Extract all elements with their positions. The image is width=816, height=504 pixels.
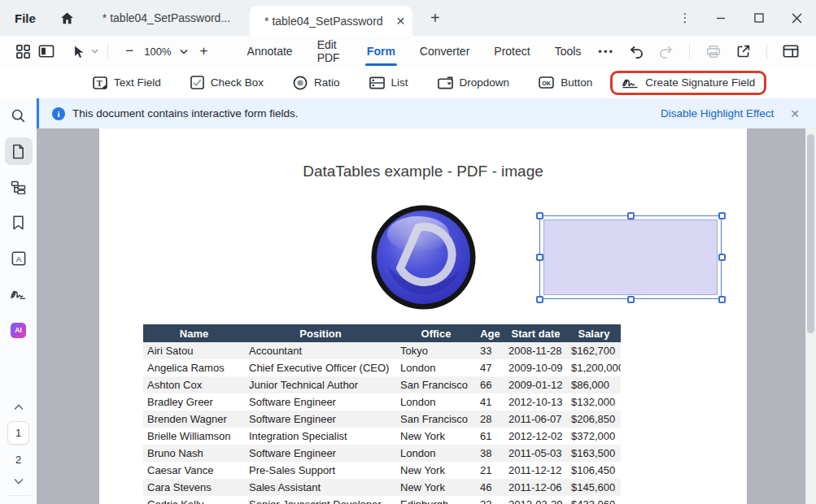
current-page-button[interactable]: 1 — [7, 421, 29, 445]
new-tab-button[interactable]: + — [430, 9, 440, 28]
page-down-icon[interactable] — [9, 475, 28, 488]
maximize-button[interactable] — [740, 0, 778, 36]
table-cell: Brielle Williamson — [143, 430, 245, 442]
doc-tab-active[interactable]: * table04_SetPassword ✕ — [250, 6, 412, 36]
table-cell: 2011-12-06 — [504, 481, 567, 493]
info-close-icon[interactable]: ✕ — [790, 107, 800, 120]
resize-handle-se[interactable] — [718, 296, 726, 303]
zoom-out-button[interactable]: − — [120, 43, 139, 59]
table-cell: 33 — [476, 345, 504, 357]
zoom-controls: − 100% + — [120, 40, 213, 63]
cursor-dropdown-icon[interactable] — [89, 40, 101, 63]
table-row: Bradley GreerSoftware EngineerLondon4120… — [143, 393, 621, 411]
radio-tool[interactable]: Ratio — [281, 70, 351, 96]
print-icon[interactable] — [701, 40, 726, 63]
resize-handle-s[interactable] — [627, 296, 635, 303]
minimize-button[interactable] — [701, 0, 740, 36]
dropdown-tool[interactable]: Dropdown — [426, 71, 521, 95]
disable-highlight-link[interactable]: Disable Highlight Effect — [661, 107, 774, 119]
table-cell: London — [396, 396, 476, 408]
table-cell: 2012-03-29 — [504, 498, 567, 504]
table-body: Airi SatouAccountantTokyo332008-11-28$16… — [143, 342, 621, 504]
check-box-tool[interactable]: Check Box — [179, 70, 275, 95]
resize-handle-n[interactable] — [627, 212, 635, 219]
zoom-dropdown-icon[interactable] — [177, 40, 191, 63]
signature-field[interactable] — [543, 219, 718, 295]
page-layout-icon[interactable] — [779, 40, 803, 63]
page-2-button[interactable]: 2 — [11, 452, 26, 467]
resize-handle-ne[interactable] — [718, 212, 726, 219]
tool-label: Ratio — [314, 76, 340, 89]
column-header: Name — [143, 328, 245, 340]
table-cell: 28 — [476, 413, 504, 425]
column-header: Office — [396, 328, 476, 340]
table-cell: $132,000 — [567, 396, 621, 408]
redo-icon[interactable] — [653, 40, 678, 63]
table-cell: Chief Executive Officer (CEO) — [245, 362, 396, 374]
tab-protect[interactable]: Protect — [492, 43, 531, 59]
create-signature-field-tool[interactable]: Create Signature Field — [610, 71, 766, 95]
file-menu[interactable]: File — [15, 11, 36, 25]
close-button[interactable] — [778, 0, 816, 36]
tab-tools[interactable]: Tools — [553, 43, 583, 59]
resize-handle-sw[interactable] — [536, 296, 543, 303]
text-field-tool[interactable]: T Text Field — [81, 71, 172, 95]
annotation-icon[interactable]: A — [5, 245, 33, 272]
more-menu-icon[interactable]: ⋮ — [669, 11, 701, 25]
table-cell: Bruno Nash — [143, 447, 245, 459]
list-tool[interactable]: List — [358, 71, 420, 95]
datatables-logo — [369, 203, 478, 311]
table-row: Cara StevensSales AssistantNew York46201… — [143, 479, 621, 496]
table-row: Airi SatouAccountantTokyo332008-11-28$16… — [143, 342, 621, 359]
table-cell: Edinburgh — [396, 498, 476, 504]
outline-icon[interactable] — [5, 173, 33, 201]
tab-close-icon[interactable]: ✕ — [396, 15, 406, 28]
button-tool[interactable]: OK Button — [527, 71, 604, 94]
column-header: Position — [245, 328, 396, 340]
table-cell: 2011-06-07 — [504, 413, 567, 425]
overflow-menu-icon[interactable]: ••• — [593, 46, 619, 58]
table-cell: 61 — [476, 430, 504, 442]
pdf-page[interactable]: DataTables example - PDF - image — [99, 128, 747, 504]
page-thumbnails-icon[interactable] — [5, 137, 33, 165]
tab-form[interactable]: Form — [365, 43, 397, 59]
search-icon[interactable] — [5, 102, 33, 129]
table-cell: Senior Javascript Developer — [245, 498, 396, 504]
signature-panel-icon[interactable] — [5, 280, 33, 308]
page-up-icon[interactable] — [9, 401, 28, 414]
column-header: Salary — [567, 328, 621, 340]
table-cell: New York — [396, 430, 476, 442]
grid-view-icon[interactable] — [11, 40, 34, 63]
home-icon[interactable] — [59, 9, 76, 27]
table-cell: Tokyo — [396, 345, 476, 357]
side-panel-icon[interactable] — [34, 40, 57, 63]
table-cell: 38 — [476, 447, 504, 459]
resize-handle-e[interactable] — [718, 254, 726, 261]
ai-assistant-icon[interactable]: AI — [5, 316, 33, 344]
resize-handle-nw[interactable] — [536, 212, 543, 219]
table-cell: 22 — [476, 498, 504, 504]
zoom-in-button[interactable]: + — [194, 43, 214, 59]
resize-handle-w[interactable] — [536, 254, 543, 261]
doc-tab-background[interactable]: * table04_SetPassword... — [89, 0, 243, 36]
vertical-scrollbar[interactable] — [805, 128, 816, 504]
scrollbar-thumb[interactable] — [807, 134, 814, 333]
tab-annotate[interactable]: Annotate — [246, 43, 295, 59]
undo-icon[interactable] — [624, 40, 648, 63]
tab-converter[interactable]: Converter — [418, 43, 471, 59]
tab-edit-pdf[interactable]: Edit PDF — [316, 37, 344, 66]
toolbar-divider — [766, 44, 767, 59]
tool-label: Button — [561, 76, 592, 89]
table-cell: $163,500 — [567, 447, 621, 459]
table-cell: Cedric Kelly — [143, 498, 245, 504]
bookmark-icon[interactable] — [5, 209, 33, 237]
share-export-icon[interactable] — [731, 40, 755, 63]
table-cell: Pre-Sales Support — [245, 464, 396, 476]
select-cursor-icon[interactable] — [66, 40, 89, 63]
table-cell: Angelica Ramos — [143, 362, 245, 374]
ai-chip: AI — [11, 323, 26, 338]
radio-icon — [293, 76, 308, 90]
table-cell: $162,700 — [567, 345, 621, 357]
table-row: Bruno NashSoftware EngineerLondon382011-… — [143, 445, 621, 462]
document-canvas[interactable]: DataTables example - PDF - image — [37, 128, 816, 504]
